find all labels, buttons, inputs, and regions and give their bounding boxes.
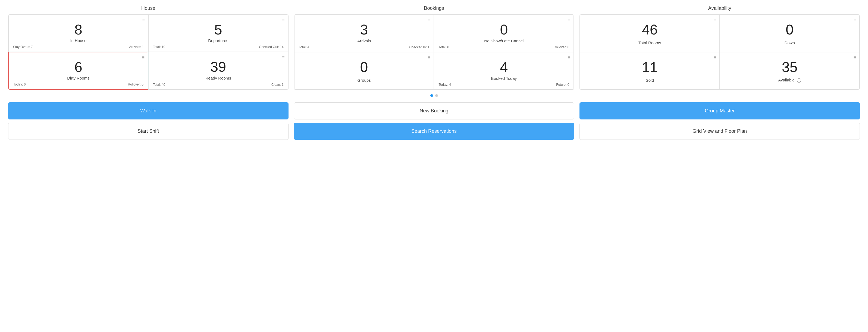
filter-icon[interactable]: ≡ [714,55,716,60]
availability-card-group: ≡ 46 Total Rooms ≡ 0 Down ≡ 11 Sold ≡ 35… [580,14,860,90]
in-house-number: 8 [13,23,144,37]
arrivals-label: Arrivals [299,38,430,43]
dirty-rooms-label: Dirty Rooms [13,76,144,80]
filter-icon[interactable]: ≡ [568,18,570,23]
in-house-label: In House [13,38,144,43]
group-master-button[interactable]: Group Master [580,102,860,120]
pagination-dot-1[interactable] [430,94,433,97]
total-rooms-card[interactable]: ≡ 46 Total Rooms [580,15,720,52]
departures-card[interactable]: ≡ 5 Departures Total: 19 Checked Out: 14 [148,15,288,52]
booked-today-number: 4 [438,60,569,74]
groups-number: 0 [299,60,430,74]
ready-rooms-label: Ready Rooms [153,76,284,80]
ready-rooms-footer-right: Clean: 1 [271,83,284,87]
sold-label: Sold [584,78,715,82]
booked-today-footer: Today: 4 Future: 0 [438,83,569,87]
available-label: Available i [724,78,855,82]
booked-today-footer-left: Today: 4 [438,83,451,87]
pagination-dots [8,94,860,97]
ready-rooms-card[interactable]: ≡ 39 Ready Rooms Total: 40 Clean: 1 [148,52,288,90]
bookings-section-title: Bookings [294,5,574,11]
down-number: 0 [724,23,855,37]
filter-icon[interactable]: ≡ [282,55,284,60]
search-reservations-button[interactable]: Search Reservations [294,123,574,140]
filter-icon[interactable]: ≡ [282,18,284,23]
action-col-1: Walk In Start Shift [8,102,288,140]
arrivals-footer-right: Checked In: 1 [409,45,429,49]
departures-label: Departures [153,38,284,43]
departures-number: 5 [153,23,284,37]
grid-view-button[interactable]: Grid View and Floor Plan [580,123,860,140]
in-house-card[interactable]: ≡ 8 In House Stay Overs: 7 Arrivals: 1 [8,15,148,52]
start-shift-button[interactable]: Start Shift [8,123,288,140]
arrivals-footer: Total: 4 Checked In: 1 [299,45,430,49]
in-house-footer: Stay Overs: 7 Arrivals: 1 [13,45,144,49]
groups-card[interactable]: ≡ 0 Groups [294,52,434,90]
departures-footer: Total: 19 Checked Out: 14 [153,45,284,49]
available-number: 35 [724,60,855,74]
filter-icon[interactable]: ≡ [142,55,144,60]
actions-area: Walk In Start Shift New Booking Search R… [8,102,860,140]
booked-today-card[interactable]: ≡ 4 Booked Today Today: 4 Future: 0 [434,52,574,90]
booked-today-footer-right: Future: 0 [556,83,569,87]
walk-in-button[interactable]: Walk In [8,102,288,120]
available-card[interactable]: ≡ 35 Available i [720,52,860,90]
no-show-footer-right: Rollover: 0 [554,45,569,49]
new-booking-button[interactable]: New Booking [294,102,574,120]
departures-footer-right: Checked Out: 14 [259,45,284,49]
house-section-title: House [8,5,288,11]
in-house-footer-left: Stay Overs: 7 [13,45,33,49]
filter-icon[interactable]: ≡ [428,18,430,23]
house-card-group: ≡ 8 In House Stay Overs: 7 Arrivals: 1 ≡… [8,14,288,90]
arrivals-number: 3 [299,23,430,37]
action-col-3: Group Master Grid View and Floor Plan [580,102,860,140]
dirty-rooms-footer: Today: 6 Rollover: 0 [13,82,144,86]
total-rooms-number: 46 [584,23,715,37]
sold-card[interactable]: ≡ 11 Sold [580,52,720,90]
no-show-footer: Total: 0 Rollover: 0 [438,45,569,49]
sold-number: 11 [584,60,715,74]
filter-icon[interactable]: ≡ [142,18,145,23]
ready-rooms-footer-left: Total: 40 [153,83,165,87]
groups-label: Groups [299,78,430,82]
total-rooms-label: Total Rooms [584,40,715,45]
down-card[interactable]: ≡ 0 Down [720,15,860,52]
dirty-rooms-card[interactable]: ≡ 6 Dirty Rooms Today: 6 Rollover: 0 [8,52,148,90]
ready-rooms-footer: Total: 40 Clean: 1 [153,83,284,87]
availability-section-title: Availability [580,5,860,11]
filter-icon[interactable]: ≡ [854,55,856,60]
ready-rooms-number: 39 [153,60,284,74]
departures-footer-left: Total: 19 [153,45,165,49]
filter-icon[interactable]: ≡ [568,55,570,60]
pagination-dot-2[interactable] [435,94,438,97]
no-show-number: 0 [438,23,569,37]
filter-icon[interactable]: ≡ [428,55,430,60]
no-show-card[interactable]: ≡ 0 No Show/Late Cancel Total: 0 Rollove… [434,15,574,52]
filter-icon[interactable]: ≡ [854,18,856,23]
arrivals-card[interactable]: ≡ 3 Arrivals Total: 4 Checked In: 1 [294,15,434,52]
no-show-footer-left: Total: 0 [438,45,449,49]
booked-today-label: Booked Today [438,76,569,80]
no-show-label: No Show/Late Cancel [438,38,569,43]
cards-area: ≡ 8 In House Stay Overs: 7 Arrivals: 1 ≡… [8,14,860,90]
bookings-card-group: ≡ 3 Arrivals Total: 4 Checked In: 1 ≡ 0 … [294,14,574,90]
dirty-rooms-number: 6 [13,60,144,74]
arrivals-footer-left: Total: 4 [299,45,309,49]
in-house-footer-right: Arrivals: 1 [129,45,144,49]
dirty-rooms-footer-right: Rollover: 0 [128,82,143,86]
filter-icon[interactable]: ≡ [714,18,716,23]
dirty-rooms-footer-left: Today: 6 [13,82,26,86]
action-col-2: New Booking Search Reservations [294,102,574,140]
info-icon[interactable]: i [797,78,801,82]
down-label: Down [724,40,855,45]
